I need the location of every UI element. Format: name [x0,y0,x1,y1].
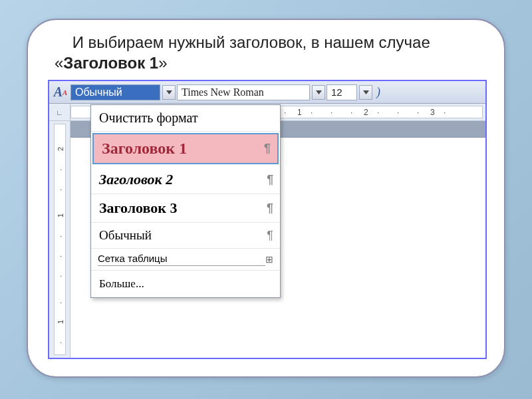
style-item-more[interactable]: Больше... [91,271,280,297]
caption-bold: Заголовок 1 [63,54,158,72]
pilcrow-icon: ¶ [267,229,273,243]
size-combo[interactable]: 12 [327,84,357,100]
slide-frame: И выбираем нужный заголовок, в нашем слу… [27,19,505,378]
vertical-ruler[interactable]: 2 1 1 · · · · · · · [54,124,66,355]
ruler-tick: 3 [430,108,435,117]
pilcrow-icon: ¶ [264,142,271,156]
pilcrow-icon: ¶ [267,173,273,187]
size-combo-value: 12 [327,86,356,98]
ruler-tick: 2 [364,108,368,117]
pilcrow-icon: ¶ [267,201,273,215]
style-item-label: Больше... [99,277,144,291]
caption-text: И выбираем нужный заголовок, в нашем слу… [48,32,484,73]
ruler-tick: 1 [57,213,65,217]
style-item-normal[interactable]: Обычный ¶ [91,223,280,249]
style-item-label: Очистить формат [99,110,198,126]
style-combo[interactable]: Обычный [70,84,160,100]
style-combo-value: Обычный [71,86,160,98]
style-item-heading-1[interactable]: Заголовок 1 ¶ [92,133,279,164]
svg-marker-2 [363,90,369,94]
style-item-label: Заголовок 2 [99,171,173,188]
app-screenshot: AA Обычный Times New Roman 12 ) ∟ [48,80,487,359]
style-item-clear-format[interactable]: Очистить формат [91,105,280,132]
ruler-tick: 2 [57,147,65,151]
style-item-label: Обычный [99,228,152,243]
style-item-heading-3[interactable]: Заголовок 3 ¶ [91,194,280,223]
font-combo[interactable]: Times New Roman [177,84,310,100]
style-item-heading-2[interactable]: Заголовок 2 ¶ [91,166,280,194]
ruler-corner: ∟ [49,104,70,120]
style-dropdown: Очистить формат Заголовок 1 ¶ Заголовок … [90,104,281,298]
formatting-toolbar: AA Обычный Times New Roman 12 ) [49,81,485,104]
chevron-down-icon [166,90,172,94]
font-color-icon[interactable]: AA [52,84,69,101]
chevron-down-icon [363,90,369,94]
svg-marker-0 [166,90,172,94]
font-combo-dropdown-button[interactable] [312,85,325,100]
caption-suffix: » [158,54,167,72]
table-icon: ⊞ [265,254,273,265]
style-item-label: Заголовок 1 [102,140,187,158]
svg-marker-1 [316,90,322,94]
style-item-table-grid[interactable]: Сетка таблицы ⊞ [91,249,280,271]
vertical-ruler-column: 2 1 1 · · · · · · · [49,121,70,358]
ruler-tick: 1 [297,108,302,117]
size-combo-dropdown-button[interactable] [359,85,372,100]
style-item-label: Заголовок 3 [99,200,177,217]
style-combo-dropdown-button[interactable] [162,85,176,100]
font-combo-value: Times New Roman [178,86,309,98]
chevron-down-icon [316,90,322,94]
toolbar-overflow: ) [374,85,380,99]
style-item-label: Сетка таблицы [98,253,265,266]
ruler-tick: 1 [57,320,65,324]
